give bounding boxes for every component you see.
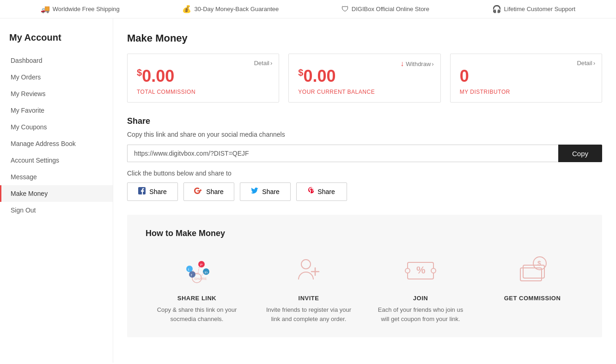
pinterest-icon	[308, 187, 314, 196]
svg-text:SHARE: SHARE	[194, 277, 207, 281]
sidebar-item-my-coupons[interactable]: My Coupons	[0, 119, 113, 135]
share-input-row: Copy	[127, 145, 602, 162]
content-area: Make Money Detail › $0.00 TOTAL COMMISSI…	[113, 18, 616, 363]
share-section-title: Share	[127, 116, 602, 126]
stat-card-my-distributor: Detail › 0 MY DISTRIBUTOR	[450, 54, 602, 103]
how-to-section: How to Make Money SHARE t P	[127, 215, 602, 337]
share-section: Share Copy this link and share on your s…	[127, 116, 602, 201]
detail-link-distributor[interactable]: Detail ›	[577, 60, 595, 67]
stat-card-total-commission: Detail › $0.00 TOTAL COMMISSION	[127, 54, 279, 103]
sidebar-item-my-orders[interactable]: My Orders	[0, 69, 113, 85]
current-balance-label: YOUR CURRENT BALANCE	[298, 89, 431, 95]
svg-point-13	[301, 260, 311, 269]
my-distributor-label: MY DISTRIBUTOR	[460, 89, 592, 95]
google-plus-icon	[194, 188, 202, 196]
money-icon: 💰	[182, 5, 191, 13]
svg-text:$: $	[537, 260, 541, 267]
sidebar: My Account Dashboard My Orders My Review…	[0, 18, 113, 363]
topbar-shipping: 🚚 Worldwide Free Shipping	[41, 5, 120, 13]
invite-step-name: INVITE	[262, 295, 355, 302]
svg-point-18	[431, 268, 436, 273]
sidebar-item-make-money[interactable]: Make Money	[0, 185, 113, 202]
share-link-step-name: SHARE LINK	[151, 295, 243, 302]
headset-icon: 🎧	[492, 5, 501, 13]
how-step-invite: INVITE Invite friends to register via yo…	[262, 252, 355, 323]
how-step-join: % JOIN Each of your friends who join us …	[374, 252, 467, 323]
copy-button[interactable]: Copy	[558, 145, 602, 162]
withdraw-link[interactable]: ↓ Withdraw ›	[400, 60, 434, 68]
twitter-share-button[interactable]: Share	[240, 182, 291, 201]
how-steps: SHARE t P in f	[146, 252, 584, 323]
truck-icon: 🚚	[41, 5, 50, 13]
svg-point-17	[405, 268, 410, 273]
svg-text:%: %	[416, 264, 426, 276]
sidebar-item-account-settings[interactable]: Account Settings	[0, 152, 113, 169]
invite-icon	[262, 252, 355, 289]
pinterest-share-button[interactable]: Share	[296, 182, 347, 201]
invite-step-desc: Invite friends to register via your link…	[262, 305, 355, 323]
total-commission-amount: $0.00	[137, 66, 269, 86]
share-description: Copy this link and share on your social …	[127, 131, 602, 138]
click-label: Click the buttons below and share to	[127, 170, 602, 177]
google-share-button[interactable]: Share	[183, 182, 234, 201]
how-to-title: How to Make Money	[146, 229, 584, 238]
withdraw-arrow-icon: ↓	[400, 60, 404, 68]
sidebar-item-my-favorite[interactable]: My Favorite	[0, 102, 113, 119]
how-step-get-commission: $ GET COMMISSION	[486, 252, 579, 323]
svg-text:in: in	[205, 270, 207, 274]
join-step-desc: Each of your friends who join us will ge…	[374, 305, 467, 323]
stats-row: Detail › $0.00 TOTAL COMMISSION ↓ Withdr…	[127, 54, 602, 103]
svg-text:P: P	[200, 263, 202, 267]
svg-point-2	[186, 266, 193, 272]
page-title: Make Money	[127, 32, 602, 44]
facebook-icon	[138, 187, 146, 196]
current-balance-amount: $0.00	[298, 66, 431, 86]
sidebar-item-message[interactable]: Message	[0, 169, 113, 185]
sidebar-item-dashboard[interactable]: Dashboard	[0, 52, 113, 69]
topbar-support: 🎧 Lifetime Customer Support	[492, 5, 576, 13]
join-step-name: JOIN	[374, 295, 467, 302]
shield-icon: 🛡	[342, 5, 349, 13]
social-buttons: Share Share Share	[127, 182, 602, 201]
share-link-step-desc: Copy & share this link on your socmedia …	[151, 305, 243, 323]
share-url-input[interactable]	[127, 145, 558, 162]
share-link-icon: SHARE t P in f	[151, 252, 243, 289]
top-bar: 🚚 Worldwide Free Shipping 💰 30-Day Money…	[0, 0, 616, 18]
facebook-share-button[interactable]: Share	[127, 182, 178, 201]
twitter-icon	[251, 188, 258, 196]
sidebar-item-sign-out[interactable]: Sign Out	[0, 202, 113, 218]
sidebar-item-my-reviews[interactable]: My Reviews	[0, 85, 113, 102]
commission-icon: $	[486, 252, 579, 289]
get-commission-step-name: GET COMMISSION	[486, 295, 579, 302]
how-step-share-link: SHARE t P in f	[151, 252, 243, 323]
stat-card-current-balance: ↓ Withdraw › $0.00 YOUR CURRENT BALANCE	[288, 54, 440, 103]
topbar-guarantee: 💰 30-Day Money-Back Guarantee	[182, 5, 279, 13]
sidebar-item-manage-address-book[interactable]: Manage Address Book	[0, 135, 113, 152]
topbar-official: 🛡 DIGIBox Official Online Store	[342, 5, 429, 13]
sidebar-title: My Account	[0, 28, 113, 52]
detail-link-commission[interactable]: Detail ›	[254, 60, 273, 67]
join-icon: %	[374, 252, 467, 289]
my-distributor-amount: 0	[460, 66, 592, 86]
total-commission-label: TOTAL COMMISSION	[137, 89, 269, 95]
main-layout: My Account Dashboard My Orders My Review…	[0, 18, 616, 363]
